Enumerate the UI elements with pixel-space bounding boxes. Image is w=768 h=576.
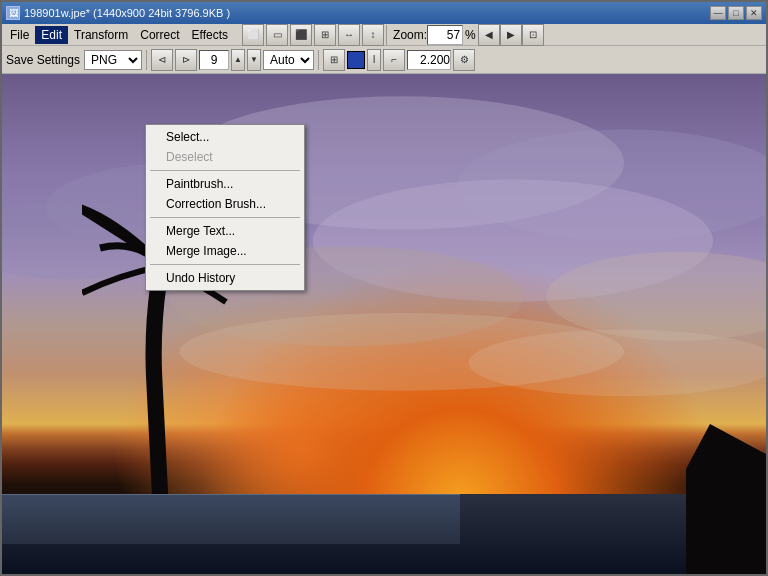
title-bar-left: 🖼 198901w.jpe* (1440x900 24bit 3796.9KB …: [6, 6, 230, 20]
num-down[interactable]: ▼: [247, 49, 261, 71]
settings-btn[interactable]: ⚙: [453, 49, 475, 71]
menu-item-merge-text[interactable]: Merge Text...: [146, 221, 304, 241]
num-up[interactable]: ▲: [231, 49, 245, 71]
save-label: Save Settings: [6, 53, 80, 67]
extra-btn[interactable]: ⊡: [522, 24, 544, 46]
grid-btn[interactable]: ⊞: [323, 49, 345, 71]
opt-btn-2[interactable]: ⊳: [175, 49, 197, 71]
minimize-button[interactable]: —: [710, 6, 726, 20]
view-btn-6[interactable]: ↕: [362, 24, 384, 46]
menu-item-paintbrush[interactable]: Paintbrush...: [146, 174, 304, 194]
menu-edit[interactable]: Edit: [35, 26, 68, 44]
view-btn-2[interactable]: ▭: [266, 24, 288, 46]
options-bar: Save Settings PNG JPEG TIFF ⊲ ⊳ ▲ ▼ Auto…: [2, 46, 766, 74]
zoom-percent: %: [465, 28, 476, 42]
menu-item-merge-image[interactable]: Merge Image...: [146, 241, 304, 261]
zoom-input[interactable]: [427, 25, 463, 45]
view-btn-3[interactable]: ⬛: [290, 24, 312, 46]
zoom-out-btn[interactable]: ◀: [478, 24, 500, 46]
menu-file[interactable]: File: [4, 26, 35, 44]
sep1: [386, 25, 387, 45]
color-swatch[interactable]: [347, 51, 365, 69]
menu-transform[interactable]: Transform: [68, 26, 134, 44]
opt-btn-1[interactable]: ⊲: [151, 49, 173, 71]
water-area: [2, 494, 460, 544]
auto-select[interactable]: Auto: [263, 50, 314, 70]
corner-btn[interactable]: ⌐: [383, 49, 405, 71]
window-title: 198901w.jpe* (1440x900 24bit 3796.9KB ): [24, 7, 230, 19]
close-button[interactable]: ✕: [746, 6, 762, 20]
zoom-in-btn[interactable]: ▶: [500, 24, 522, 46]
text-btn[interactable]: I: [367, 49, 381, 71]
view-btn-1[interactable]: ⬜: [242, 24, 264, 46]
menu-item-select[interactable]: Select...: [146, 127, 304, 147]
line-width-input[interactable]: [407, 50, 451, 70]
menu-sep-3: [150, 264, 300, 265]
menu-item-correction-brush[interactable]: Correction Brush...: [146, 194, 304, 214]
canvas-area: Select... Deselect Paintbrush... Correct…: [2, 74, 766, 574]
menu-effects[interactable]: Effects: [186, 26, 234, 44]
menu-bar: File Edit Transform Correct Effects ⬜ ▭ …: [2, 24, 766, 46]
main-window: 🖼 198901w.jpe* (1440x900 24bit 3796.9KB …: [0, 0, 768, 576]
sep2: [146, 50, 147, 70]
zoom-label: Zoom:: [393, 28, 427, 42]
menu-item-deselect: Deselect: [146, 147, 304, 167]
menu-item-undo-history[interactable]: Undo History: [146, 268, 304, 288]
title-bar-controls: — □ ✕: [710, 6, 762, 20]
menu-sep-1: [150, 170, 300, 171]
view-btn-5[interactable]: ↔: [338, 24, 360, 46]
edit-dropdown-menu: Select... Deselect Paintbrush... Correct…: [145, 124, 305, 291]
app-icon: 🖼: [6, 6, 20, 20]
num-input[interactable]: [199, 50, 229, 70]
title-bar: 🖼 198901w.jpe* (1440x900 24bit 3796.9KB …: [2, 2, 766, 24]
menu-sep-2: [150, 217, 300, 218]
view-btn-4[interactable]: ⊞: [314, 24, 336, 46]
menu-correct[interactable]: Correct: [134, 26, 185, 44]
save-format-select[interactable]: PNG JPEG TIFF: [84, 50, 142, 70]
maximize-button[interactable]: □: [728, 6, 744, 20]
sep3: [318, 50, 319, 70]
